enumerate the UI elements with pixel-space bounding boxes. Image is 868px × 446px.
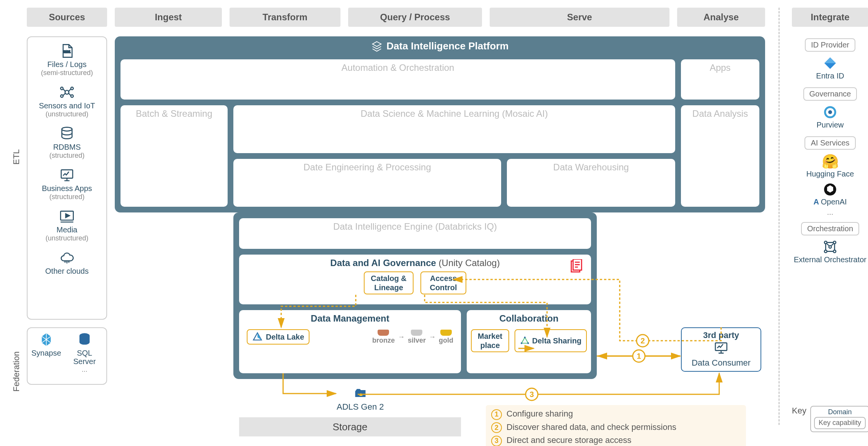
box-governance: Data and AI Governance (Unity Catalog) C… [239, 255, 591, 304]
box-dsml: Data Science & Machine Learning (Mosaic … [233, 105, 675, 153]
src-rdbms-title: RDBMS [30, 143, 104, 152]
integrate-divider [778, 8, 780, 425]
src-sensors: Sensors and IoT (unstructured) [30, 85, 104, 118]
src-files: 0101 Files / Logs (semi-structured) [30, 43, 104, 77]
int-idp: ID Provider [805, 38, 855, 52]
entra-icon [822, 56, 839, 71]
label-etl: ETL [11, 119, 21, 195]
stage-query: Query / Process [348, 8, 482, 27]
svg-point-2 [60, 87, 63, 90]
platform-upper: Data Intelligence Platform Automation & … [115, 36, 765, 212]
int-entra: Entra ID [792, 56, 868, 80]
svg-point-18 [833, 241, 836, 244]
svg-text:1: 1 [637, 352, 641, 360]
int-hf: 🤗 Hugging Face [792, 154, 868, 178]
src-clouds-title: Other clouds [30, 267, 104, 276]
stage-integrate: Integrate [792, 8, 868, 27]
src-clouds: Other clouds [30, 250, 104, 276]
legend-key: Key Domain Key capability [792, 406, 868, 432]
src-bapps-sub: (structured) [30, 193, 104, 201]
svg-point-26 [637, 335, 649, 347]
stage-analyse: Analyse [677, 8, 765, 27]
openai-icon [823, 182, 837, 197]
chip-catalog-lineage: Catalog & Lineage [364, 271, 414, 294]
int-purview: Purview [792, 105, 868, 129]
label-federation: Federation [11, 337, 21, 406]
svg-text:0101: 0101 [64, 50, 71, 54]
src-files-title: Files / Logs [30, 60, 104, 69]
box-analysis: Data Analysis [681, 105, 759, 207]
svg-text:2: 2 [640, 337, 645, 345]
box-dwh: Data Warehousing [507, 159, 675, 207]
src-rdbms-sub: (structured) [30, 152, 104, 160]
src-bapps-title: Business Apps [30, 184, 104, 193]
svg-point-20 [833, 250, 836, 253]
box-apps: Apps [681, 59, 759, 100]
int-openai: A OpenAI [792, 182, 868, 206]
box-engine: Data Intelligence Engine (Databricks IQ) [239, 218, 591, 249]
sources-panel: 0101 Files / Logs (semi-structured) Sens… [27, 36, 107, 320]
federation-panel: Synapse SQL Server ... [27, 327, 107, 385]
src-sensors-sub: (unstructured) [30, 110, 104, 118]
src-media-sub: (unstructured) [30, 234, 104, 242]
int-ext-orch: External Orchestrator [792, 239, 868, 264]
storage-bar: Storage [239, 417, 461, 436]
delta-lake-icon [252, 332, 263, 342]
box-collab: Collaboration Market place Delta Sharing [467, 310, 591, 373]
box-eng: Date Engineering & Processing [233, 159, 501, 207]
box-data-mgmt: Data Management Delta Lake bronze → silv… [239, 310, 461, 373]
svg-point-14 [528, 342, 529, 344]
src-media-title: Media [30, 225, 104, 234]
svg-point-13 [521, 342, 522, 344]
svg-text:3: 3 [529, 390, 534, 399]
svg-point-4 [60, 95, 63, 98]
adls-icon [352, 387, 369, 400]
fed-more: ... [67, 366, 103, 374]
layers-icon [371, 40, 383, 52]
delta-sharing-icon [520, 336, 530, 346]
svg-point-12 [524, 337, 526, 338]
stage-transform: Transform [230, 8, 340, 27]
svg-point-19 [824, 250, 827, 253]
stage-serve: Serve [490, 8, 669, 27]
third-party-box: 3rd party Data Consumer [681, 327, 761, 372]
src-rdbms: RDBMS (structured) [30, 126, 104, 160]
box-automation: Automation & Orchestration [121, 59, 675, 100]
platform-title: Data Intelligence Platform [115, 36, 765, 56]
purview-icon [822, 105, 839, 120]
catalog-icon [569, 259, 583, 274]
integrate-column: ID Provider Entra ID Governance Purview … [792, 38, 868, 264]
src-sensors-title: Sensors and IoT [30, 101, 104, 110]
stage-sources: Sources [27, 8, 107, 27]
svg-point-22 [526, 388, 538, 400]
svg-point-6 [62, 127, 72, 131]
int-more: ... [792, 208, 868, 217]
adls-label: ADLS Gen 2 [337, 387, 384, 412]
fed-sqlserver-label: SQL Server [67, 349, 103, 366]
svg-point-21 [829, 246, 832, 248]
svg-point-17 [824, 241, 827, 244]
fed-sqlserver: SQL Server ... [67, 332, 103, 380]
src-bapps: Business Apps (structured) [30, 167, 104, 201]
chip-access-control: Access Control [420, 271, 466, 294]
legend-steps: 1Configure sharing 2Discover shared data… [486, 405, 746, 446]
box-batch: Batch & Streaming [121, 105, 228, 207]
svg-point-5 [71, 95, 73, 98]
int-gov: Governance [803, 87, 857, 101]
int-orch: Orchestration [801, 222, 859, 235]
fed-synapse-label: Synapse [31, 349, 61, 358]
platform-lower: Data Intelligence Engine (Databricks IQ)… [233, 212, 597, 379]
consumer-icon [713, 340, 730, 356]
chip-marketplace: Market place [471, 329, 509, 352]
src-files-sub: (semi-structured) [30, 69, 104, 77]
int-ai: AI Services [804, 136, 855, 150]
src-media: Media (unstructured) [30, 209, 104, 242]
fed-synapse: Synapse [31, 332, 61, 380]
orchestrator-icon [822, 239, 839, 255]
svg-point-16 [828, 110, 832, 114]
chip-delta-lake: Delta Lake [247, 329, 309, 345]
chip-delta-sharing: Delta Sharing [515, 329, 587, 352]
svg-point-24 [633, 350, 645, 362]
stage-ingest: Ingest [115, 8, 222, 27]
svg-point-3 [71, 87, 73, 90]
